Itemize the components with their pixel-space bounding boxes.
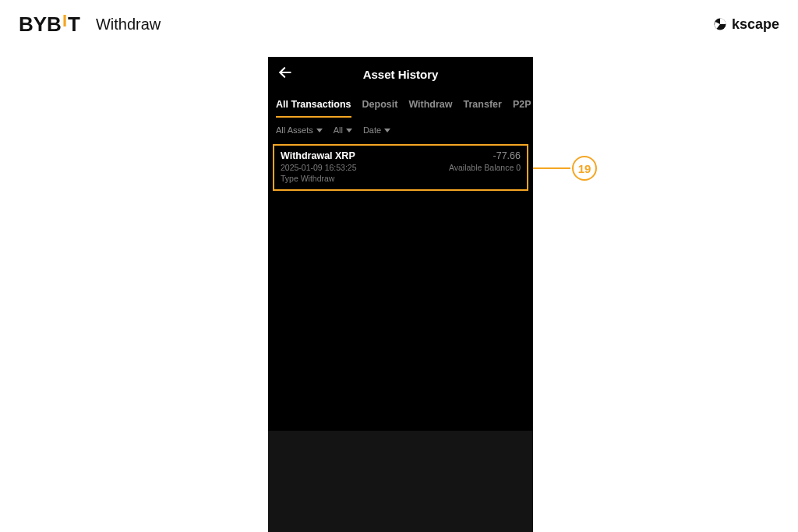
logo-prefix: BYB [19, 12, 62, 37]
transaction-type: Type Withdraw [281, 174, 357, 183]
filters-row: All Assets All Date [268, 118, 533, 141]
filter-status[interactable]: All [334, 125, 352, 135]
callout-circle: 19 [572, 156, 597, 181]
callout-line [533, 167, 570, 169]
tab-transfer[interactable]: Transfer [464, 99, 502, 118]
filter-assets-label: All Assets [276, 125, 313, 135]
filter-date[interactable]: Date [363, 125, 390, 135]
logo-accent: I [62, 11, 67, 31]
page-title: Withdraw [96, 16, 161, 33]
chevron-down-icon [384, 129, 390, 132]
bybit-logo: BYBIT [19, 12, 80, 37]
banner-left: BYBIT Withdraw [19, 12, 161, 37]
kscape-icon [713, 17, 727, 31]
phone-title: Asset History [268, 68, 533, 81]
transaction-left: Withdrawal XRP 2025-01-09 16:53:25 Type … [281, 150, 357, 183]
transaction-row-highlighted[interactable]: Withdrawal XRP 2025-01-09 16:53:25 Type … [273, 144, 528, 191]
transaction-title: Withdrawal XRP [281, 150, 357, 161]
phone-header: Asset History [268, 57, 533, 91]
tabs-row: All Transactions Deposit Withdraw Transf… [268, 91, 533, 118]
transaction-balance: Available Balance 0 [449, 163, 521, 172]
tab-all-transactions[interactable]: All Transactions [276, 99, 351, 118]
top-banner: BYBIT Withdraw kscape [0, 0, 798, 48]
chevron-down-icon [316, 129, 323, 132]
transaction-amount: -77.66 [493, 150, 521, 161]
kscape-text: kscape [732, 16, 779, 33]
filter-date-label: Date [363, 125, 381, 135]
kscape-logo: kscape [713, 16, 779, 33]
phone-bottom-area [268, 431, 533, 532]
callout-number: 19 [578, 162, 591, 175]
tab-p2p[interactable]: P2P [513, 99, 531, 118]
chevron-down-icon [346, 129, 352, 132]
phone-screen: Asset History All Transactions Deposit W… [268, 57, 533, 532]
transaction-right: -77.66 Available Balance 0 [449, 150, 521, 172]
back-arrow-icon[interactable] [277, 65, 296, 84]
tab-withdraw[interactable]: Withdraw [408, 99, 452, 118]
callout-19: 19 [533, 156, 597, 181]
filter-status-label: All [334, 125, 343, 135]
filter-assets[interactable]: All Assets [276, 125, 323, 135]
tab-deposit[interactable]: Deposit [362, 99, 398, 118]
logo-suffix: T [68, 12, 80, 37]
transaction-timestamp: 2025-01-09 16:53:25 [281, 163, 357, 172]
